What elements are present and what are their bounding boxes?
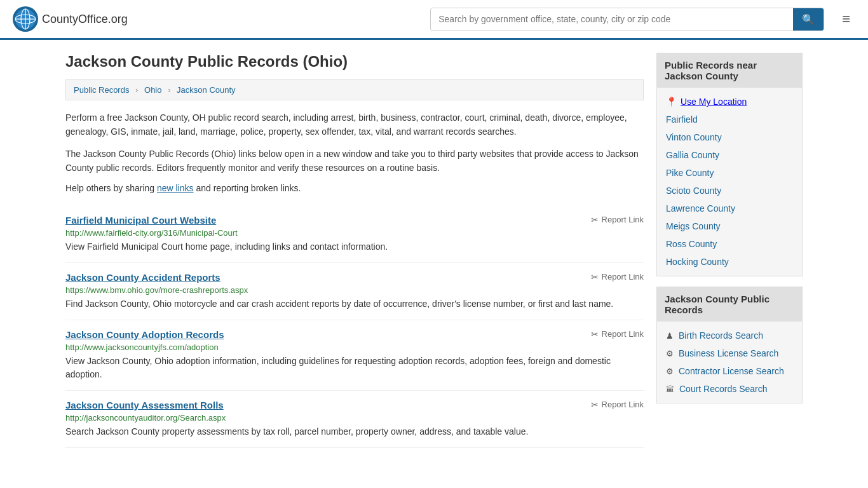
sidebar-record-business[interactable]: ⚙ Business License Search [657, 344, 802, 362]
sidebar-record-contractor[interactable]: ⚙ Contractor License Search [657, 362, 802, 380]
record-description: Search Jackson County property assessmen… [65, 425, 644, 438]
record-url[interactable]: https://www.bmv.ohio.gov/more-crashrepor… [65, 285, 644, 295]
birth-records-link[interactable]: Birth Records Search [679, 330, 763, 341]
hocking-link[interactable]: Hocking County [666, 257, 729, 267]
records-section-header: Jackson County Public Records [657, 287, 802, 322]
report-link-icon: ✂ [591, 272, 599, 282]
breadcrumb-sep-1: › [135, 85, 138, 95]
sidebar-item-pike[interactable]: Pike County [657, 164, 802, 182]
record-description: Find Jackson County, Ohio motorcycle and… [65, 297, 644, 311]
record-item: Jackson County Accident Reports ✂ Report… [65, 263, 644, 320]
description-2: The Jackson County Public Records (Ohio)… [65, 147, 644, 175]
location-pin-icon: 📍 [666, 97, 677, 107]
vinton-link[interactable]: Vinton County [666, 132, 722, 142]
logo-text: CountyOffice.org [42, 13, 128, 26]
sidebar-item-meigs[interactable]: Meigs County [657, 217, 802, 235]
sidebar-item-hocking[interactable]: Hocking County [657, 253, 802, 271]
breadcrumb-jackson-county[interactable]: Jackson County [177, 85, 236, 95]
gallia-link[interactable]: Gallia County [666, 150, 719, 160]
record-url[interactable]: http://jacksoncountyauditor.org/Search.a… [65, 413, 644, 423]
record-title[interactable]: Jackson County Accident Reports [65, 272, 220, 283]
search-icon: 🔍 [802, 14, 815, 25]
contractor-license-link[interactable]: Contractor License Search [679, 366, 784, 376]
scioto-link[interactable]: Scioto County [666, 186, 721, 196]
breadcrumb-sep-2: › [168, 85, 170, 95]
menu-button[interactable]: ≡ [837, 8, 855, 30]
ross-link[interactable]: Ross County [666, 239, 717, 249]
record-item: Jackson County Assessment Rolls ✂ Report… [65, 391, 644, 448]
record-item: Jackson County Adoption Records ✂ Report… [65, 320, 644, 391]
header: CountyOffice.org 🔍 ≡ [0, 0, 868, 40]
record-title[interactable]: Jackson County Assessment Rolls [65, 400, 224, 410]
main-container: Jackson County Public Records (Ohio) Pub… [53, 40, 815, 461]
report-link-icon: ✂ [591, 400, 599, 410]
sidebar-item-ross[interactable]: Ross County [657, 235, 802, 253]
record-item: Fairfield Municipal Court Website ✂ Repo… [65, 206, 644, 263]
record-url[interactable]: http://www.fairfield-city.org/316/Munici… [65, 228, 644, 238]
record-header: Jackson County Accident Reports ✂ Report… [65, 272, 644, 283]
fairfield-link[interactable]: Fairfield [666, 114, 698, 125]
sidebar-item-scioto[interactable]: Scioto County [657, 182, 802, 200]
report-link-button[interactable]: ✂ Report Link [591, 400, 644, 410]
sidebar: Public Records near Jackson County 📍 Use… [656, 53, 803, 448]
search-input[interactable] [431, 9, 793, 29]
report-link-button[interactable]: ✂ Report Link [591, 329, 644, 339]
meigs-link[interactable]: Meigs County [666, 221, 721, 231]
record-title[interactable]: Jackson County Adoption Records [65, 329, 224, 340]
sidebar-item-gallia[interactable]: Gallia County [657, 146, 802, 164]
page-title: Jackson County Public Records (Ohio) [65, 53, 644, 71]
court-records-link[interactable]: Court Records Search [679, 384, 768, 394]
sidebar-item-lawrence[interactable]: Lawrence County [657, 200, 802, 217]
record-description: View Fairfield Municipal Court home page… [65, 240, 644, 254]
report-link-icon: ✂ [591, 215, 599, 225]
lawrence-link[interactable]: Lawrence County [666, 203, 735, 214]
report-link-icon: ✂ [591, 329, 599, 339]
logo-icon [13, 6, 38, 32]
share-text: Help others by sharing new links and rep… [65, 183, 644, 193]
records-list: Fairfield Municipal Court Website ✂ Repo… [65, 206, 644, 448]
sidebar-record-birth[interactable]: ♟ Birth Records Search [657, 327, 802, 344]
report-link-button[interactable]: ✂ Report Link [591, 215, 644, 225]
description-1: Perform a free Jackson County, OH public… [65, 111, 644, 139]
record-url[interactable]: http://www.jacksoncountyjfs.com/adoption [65, 342, 644, 352]
breadcrumb-public-records[interactable]: Public Records [74, 85, 129, 95]
nearby-section: Public Records near Jackson County 📍 Use… [656, 53, 803, 276]
court-records-icon: 🏛 [666, 384, 674, 394]
nearby-section-header: Public Records near Jackson County [657, 53, 802, 88]
use-my-location-item[interactable]: 📍 Use My Location [657, 93, 802, 111]
record-description: View Jackson County, Ohio adoption infor… [65, 355, 644, 381]
business-license-link[interactable]: Business License Search [679, 348, 778, 358]
use-my-location-link[interactable]: Use My Location [681, 97, 747, 107]
record-header: Jackson County Assessment Rolls ✂ Report… [65, 400, 644, 410]
search-button[interactable]: 🔍 [793, 8, 824, 30]
record-header: Fairfield Municipal Court Website ✂ Repo… [65, 215, 644, 226]
nearby-section-body: 📍 Use My Location Fairfield Vinton Count… [657, 88, 802, 276]
breadcrumb: Public Records › Ohio › Jackson County [65, 79, 644, 100]
sidebar-record-court[interactable]: 🏛 Court Records Search [657, 380, 802, 398]
logo[interactable]: CountyOffice.org [13, 6, 128, 32]
menu-icon: ≡ [842, 11, 850, 27]
business-license-icon: ⚙ [666, 349, 674, 358]
breadcrumb-ohio[interactable]: Ohio [144, 85, 161, 95]
record-title[interactable]: Fairfield Municipal Court Website [65, 215, 216, 226]
content-area: Jackson County Public Records (Ohio) Pub… [65, 53, 644, 448]
birth-records-icon: ♟ [666, 331, 674, 341]
sidebar-item-vinton[interactable]: Vinton County [657, 128, 802, 146]
record-header: Jackson County Adoption Records ✂ Report… [65, 329, 644, 340]
search-container: 🔍 [430, 8, 824, 31]
sidebar-item-fairfield[interactable]: Fairfield [657, 111, 802, 128]
report-link-button[interactable]: ✂ Report Link [591, 272, 644, 282]
records-section: Jackson County Public Records ♟ Birth Re… [656, 287, 803, 403]
records-section-body: ♟ Birth Records Search ⚙ Business Licens… [657, 322, 802, 403]
contractor-license-icon: ⚙ [666, 367, 674, 376]
pike-link[interactable]: Pike County [666, 168, 714, 178]
new-links-link[interactable]: new links [157, 183, 194, 193]
